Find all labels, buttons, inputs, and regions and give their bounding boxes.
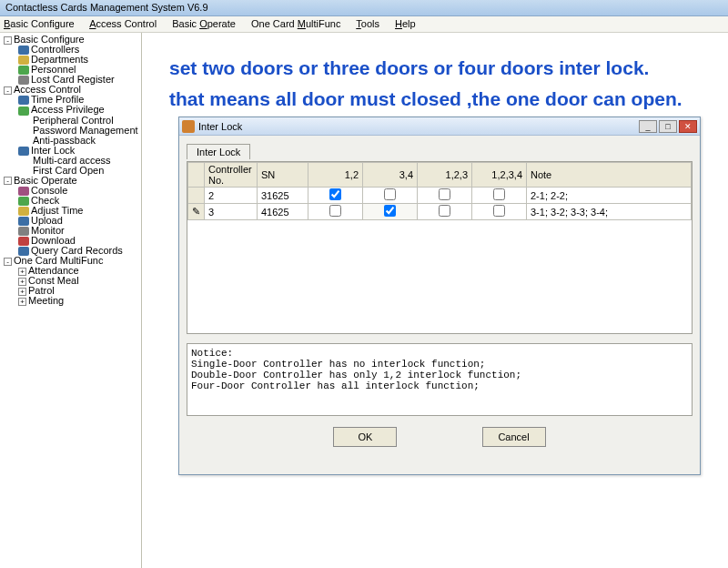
dialog-icon — [182, 120, 195, 133]
monitor-icon — [18, 227, 29, 236]
cell-1234 — [472, 188, 527, 204]
col-sn: SN — [258, 163, 308, 188]
grid-container: Controller No. SN 1,2 3,4 1,2,3 1,2,3,4 … — [187, 161, 693, 334]
tab-strip: Inter Lock — [187, 143, 693, 161]
collapse-icon[interactable]: - — [4, 86, 12, 95]
expand-icon[interactable]: + — [18, 288, 26, 296]
col-note: Note — [527, 163, 692, 188]
col-34: 3,4 — [363, 163, 418, 188]
col-123: 1,2,3 — [418, 163, 472, 188]
collapse-icon[interactable]: - — [4, 258, 12, 266]
col-controller-no: Controller No. — [205, 163, 258, 188]
instruction-text: set two doors or three doors or four doo… — [169, 53, 682, 114]
menu-tools[interactable]: Tools — [356, 18, 379, 29]
dialog-body: Inter Lock Controller No. SN 1,2 3,4 1,2… — [179, 136, 700, 474]
app-title: Contactless Cards Management System V6.9 — [5, 2, 208, 13]
cell-34 — [363, 188, 418, 204]
notice-heading: Notice: — [191, 348, 688, 359]
ok-button[interactable]: OK — [333, 427, 397, 447]
annotation-line-1: set two doors or three doors or four doo… — [169, 53, 682, 84]
table-row[interactable]: 2 31625 2-1; 2-2; — [188, 188, 692, 204]
row-indicator — [188, 188, 205, 204]
sidebar: -Basic Configure Controllers Departments… — [0, 33, 142, 568]
upload-icon — [18, 217, 29, 226]
privilege-icon — [18, 106, 29, 116]
checkbox-34[interactable] — [384, 188, 396, 200]
checkbox-34[interactable] — [384, 205, 396, 217]
download-icon — [18, 237, 29, 246]
minimize-button[interactable]: _ — [639, 120, 657, 133]
interlock-icon — [18, 147, 29, 156]
departments-icon — [18, 56, 29, 65]
notice-line-1: Single-Door Controller has no interlock … — [191, 359, 688, 370]
cell-sn: 31625 — [258, 188, 308, 204]
tree-meeting[interactable]: +Meeting — [2, 296, 139, 306]
cell-1234 — [472, 204, 527, 220]
row-indicator-edit: ✎ — [188, 204, 205, 220]
expand-icon[interactable]: + — [18, 268, 26, 276]
tab-inter-lock[interactable]: Inter Lock — [187, 144, 250, 159]
personnel-icon — [18, 66, 29, 75]
col-12: 1,2 — [308, 163, 363, 188]
clock-icon — [18, 96, 29, 105]
tree-adjust-time[interactable]: Adjust Time — [2, 206, 139, 216]
cell-controller-no: 2 — [205, 188, 258, 204]
cell-sn: 41625 — [258, 204, 308, 220]
checkbox-123[interactable] — [439, 205, 450, 217]
collapse-icon[interactable]: - — [4, 177, 12, 185]
tree-const-meal[interactable]: +Const Meal — [2, 276, 139, 286]
notice-box: Notice: Single-Door Controller has no in… — [187, 343, 693, 416]
cell-123 — [418, 204, 472, 220]
annotation-line-2: that means all door must closed ,the one… — [169, 84, 682, 115]
checkbox-12[interactable] — [329, 205, 341, 217]
checkbox-123[interactable] — [439, 188, 450, 200]
grid-header-row: Controller No. SN 1,2 3,4 1,2,3 1,2,3,4 … — [188, 163, 692, 188]
main-area: -Basic Configure Controllers Departments… — [0, 33, 728, 568]
check-icon — [18, 197, 29, 206]
menubar: Basic Configure Access Control Basic Ope… — [0, 16, 728, 33]
time-icon — [18, 207, 29, 216]
menu-help[interactable]: Help — [395, 18, 416, 29]
tree-basic-operate[interactable]: -Basic Operate — [2, 176, 139, 186]
cancel-button[interactable]: Cancel — [482, 427, 546, 447]
notice-line-2: Double-Door Controller has only 1,2 inte… — [191, 370, 688, 380]
tree-console[interactable]: Console — [2, 186, 139, 196]
interlock-grid: Controller No. SN 1,2 3,4 1,2,3 1,2,3,4 … — [187, 162, 692, 220]
col-1234: 1,2,3,4 — [472, 163, 527, 188]
checkbox-1234[interactable] — [493, 205, 505, 217]
tree-upload[interactable]: Upload — [2, 216, 139, 226]
nav-tree: -Basic Configure Controllers Departments… — [2, 35, 139, 306]
dialog-titlebar[interactable]: Inter Lock _ □ ✕ — [179, 117, 700, 136]
controller-icon — [18, 46, 29, 55]
console-icon — [18, 187, 29, 196]
content-area: set two doors or three doors or four doo… — [142, 33, 728, 568]
maximize-button[interactable]: □ — [659, 120, 677, 133]
cell-controller-no: 3 — [205, 204, 258, 220]
notice-line-3: Four-Door Controller has all interlock f… — [191, 380, 688, 391]
inter-lock-dialog: Inter Lock _ □ ✕ Inter Lock Controller N… — [178, 117, 701, 475]
close-button[interactable]: ✕ — [679, 120, 697, 133]
cell-12 — [308, 188, 363, 204]
row-header-blank — [188, 163, 205, 188]
tree-patrol[interactable]: +Patrol — [2, 286, 139, 296]
cell-12 — [308, 204, 363, 220]
collapse-icon[interactable]: - — [4, 36, 12, 45]
app-titlebar: Contactless Cards Management System V6.9 — [0, 0, 728, 16]
expand-icon[interactable]: + — [18, 278, 26, 286]
menu-access-control[interactable]: Access Control — [89, 18, 157, 29]
menu-one-card[interactable]: One Card MultiFunc — [251, 18, 340, 29]
checkbox-12[interactable] — [329, 188, 341, 200]
cell-34 — [363, 204, 418, 220]
cell-123 — [418, 188, 472, 204]
menu-basic-operate[interactable]: Basic Operate — [172, 18, 236, 29]
cell-note: 2-1; 2-2; — [527, 188, 692, 204]
checkbox-1234[interactable] — [493, 188, 505, 200]
menu-basic-configure[interactable]: Basic Configure — [4, 18, 75, 29]
cell-note: 3-1; 3-2; 3-3; 3-4; — [527, 204, 692, 220]
dialog-title: Inter Lock — [198, 121, 637, 132]
expand-icon[interactable]: + — [18, 298, 26, 306]
dialog-button-row: OK Cancel — [187, 427, 693, 447]
table-row[interactable]: ✎ 3 41625 3-1; 3-2; 3-3; 3-4; — [188, 204, 692, 220]
